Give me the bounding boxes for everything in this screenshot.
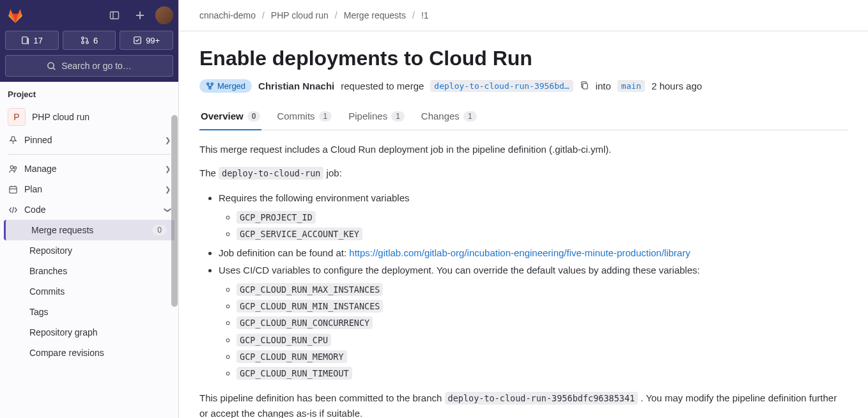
search-label: Search or go to… [61,61,132,71]
svg-point-11 [10,166,13,169]
project-name: PHP cloud run [32,112,89,122]
tab-overview[interactable]: Overview 0 [199,104,261,130]
sidebar: 17 6 99+ Search or go to… Project P PHP … [0,0,179,418]
source-branch[interactable]: deploy-to-cloud-run-3956bd… [430,80,573,92]
svg-point-9 [48,62,54,68]
breadcrumb-project[interactable]: PHP cloud run [271,10,329,20]
svg-point-7 [86,42,89,44]
svg-point-12 [13,166,16,169]
mr-count-badge: 0 [152,225,167,235]
issues-counter[interactable]: 17 [5,31,59,50]
user-avatar[interactable] [155,6,173,24]
todos-counter[interactable]: 99+ [120,31,173,50]
nav-branches[interactable]: Branches [0,261,178,281]
nav-tags[interactable]: Tags [0,302,178,322]
author-name[interactable]: Christian Nnachi [258,81,334,91]
pin-icon [8,135,18,145]
target-branch[interactable]: main [617,80,645,92]
project-avatar: P [8,108,26,126]
svg-rect-0 [111,12,119,19]
action-text: requested to merge [341,81,424,91]
collapse-sidebar-icon[interactable] [104,5,125,26]
svg-point-19 [209,87,211,89]
svg-point-6 [82,42,84,44]
breadcrumb: cnnachi-demo / PHP cloud run / Merge req… [179,0,868,31]
desc-outro: This pipeline definition has been commit… [199,391,848,418]
people-icon [8,164,18,174]
main-content: cnnachi-demo / PHP cloud run / Merge req… [179,0,868,418]
breadcrumb-group[interactable]: cnnachi-demo [199,10,256,20]
svg-point-5 [82,37,84,40]
nav-merge-requests[interactable]: Merge requests 0 [4,220,174,240]
breadcrumb-id: !1 [421,10,429,20]
page-title: Enable deployments to Cloud Run [199,47,848,70]
project-section-label: Project [0,82,178,104]
tab-changes[interactable]: Changes 1 [420,104,478,130]
svg-rect-13 [9,186,16,192]
list-item: Uses CI/CD variables to configure the de… [219,262,848,382]
copy-branch-icon[interactable] [580,81,589,92]
calendar-icon [8,184,18,194]
sidebar-header: 17 6 99+ Search or go to… [0,0,178,82]
nav-commits[interactable]: Commits [0,281,178,302]
mr-count: 6 [93,36,98,45]
desc-job-line: The deploy-to-cloud-run job: [199,166,848,180]
time-ago: 2 hours ago [651,81,702,91]
search-button[interactable]: Search or go to… [5,55,173,77]
svg-line-10 [53,68,55,70]
chevron-right-icon: ❯ [165,165,171,173]
breadcrumb-section[interactable]: Merge requests [344,10,406,20]
chevron-right-icon: ❯ [165,185,171,194]
chevron-right-icon: ❯ [165,136,171,144]
project-link[interactable]: P PHP cloud run [0,104,178,130]
scrollbar[interactable] [171,115,178,307]
tabs: Overview 0 Commits 1 Pipelines 1 Changes… [199,104,848,130]
svg-point-18 [211,83,213,85]
into-text: into [596,81,611,91]
svg-point-17 [207,83,209,85]
issues-count: 17 [34,36,43,45]
tab-pipelines[interactable]: Pipelines 1 [347,104,406,130]
mr-counter[interactable]: 6 [63,31,116,50]
nav-repository[interactable]: Repository [0,240,178,261]
list-item: Requires the following environment varia… [219,190,848,243]
mr-description: This merge request includes a Cloud Run … [199,142,848,418]
gitlab-logo[interactable] [5,5,26,26]
svg-rect-8 [134,37,141,44]
svg-rect-20 [582,83,587,88]
create-new-icon[interactable] [130,5,150,26]
code-icon [8,205,18,215]
status-badge: Merged [199,79,252,93]
list-item: Job definition can be found at: https://… [219,245,848,261]
nav-manage[interactable]: Manage ❯ [0,159,178,179]
nav-repo-graph[interactable]: Repository graph [0,322,178,343]
mr-meta-row: Merged Christian Nnachi requested to mer… [199,79,848,93]
nav-pinned[interactable]: Pinned ❯ [0,130,178,150]
desc-intro: This merge request includes a Cloud Run … [199,142,848,157]
nav-compare[interactable]: Compare revisions [0,343,178,363]
nav-plan[interactable]: Plan ❯ [0,179,178,199]
svg-rect-4 [22,37,27,44]
job-def-link[interactable]: https://gitlab.com/gitlab-org/incubation… [349,247,690,258]
tab-commits[interactable]: Commits 1 [275,104,333,130]
nav-code[interactable]: Code ❯ [0,199,178,220]
todos-count: 99+ [146,36,160,45]
